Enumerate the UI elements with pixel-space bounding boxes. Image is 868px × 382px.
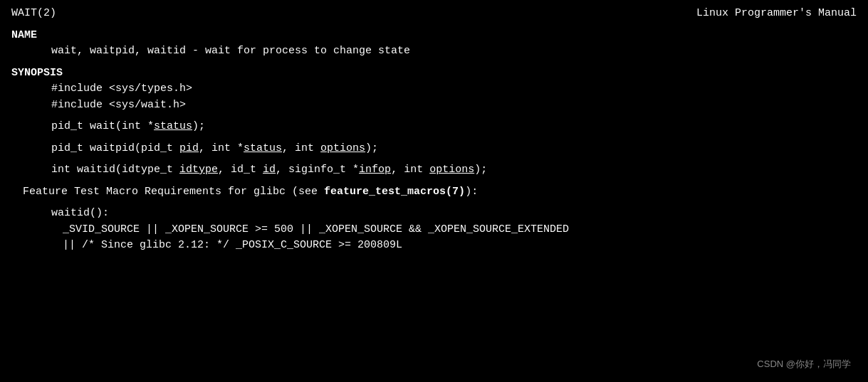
include-text-1: #include <sys/types.h> — [51, 83, 192, 95]
header-line: WAIT(2) Linux Programmer's Manual — [11, 6, 857, 22]
name-title: NAME — [11, 28, 857, 44]
func-wait-text: pid_t wait(int *status); — [51, 120, 205, 132]
manual-section: WAIT(2) — [11, 6, 56, 22]
include-1: #include <sys/types.h> — [11, 81, 857, 97]
include-2: #include <sys/wait.h> — [11, 97, 857, 114]
watermark-text: CSDN @你好，冯同学 — [757, 359, 851, 369]
synopsis-section: SYNOPSIS #include <sys/types.h> #include… — [11, 65, 857, 179]
page-container: WAIT(2) Linux Programmer's Manual NAME w… — [11, 6, 857, 376]
feature-line-2: || /* Since glibc 2.12: */ _POSIX_C_SOUR… — [11, 238, 857, 254]
feature-intro-line: Feature Test Macro Requirements for glib… — [11, 184, 857, 201]
func-waitid-text: int waitid(idtype_t idtype, id_t id, sig… — [51, 164, 487, 176]
feature-line-1: _SVID_SOURCE || _XOPEN_SOURCE >= 500 || … — [11, 222, 857, 238]
synopsis-title: SYNOPSIS — [11, 65, 857, 82]
manual-title: Linux Programmer's Manual — [696, 6, 857, 22]
waitid-label-text: waitid(): — [51, 207, 109, 219]
func-waitpid-text: pid_t waitpid(pid_t pid, int *status, in… — [51, 142, 378, 154]
feature-intro-end: ): — [465, 186, 478, 198]
feature-waitid-label: waitid(): — [11, 206, 857, 222]
include-text-2: #include <sys/wait.h> — [51, 99, 186, 111]
feature-line-1-text: _SVID_SOURCE || _XOPEN_SOURCE >= 500 || … — [63, 223, 569, 235]
feature-intro-text: Feature Test Macro Requirements for glib… — [23, 186, 324, 198]
name-section: NAME wait, waitpid, waitid - wait for pr… — [11, 28, 857, 60]
func-wait: pid_t wait(int *status); — [11, 119, 857, 135]
feature-link: feature_test_macros(7) — [324, 186, 465, 198]
func-waitid: int waitid(idtype_t idtype, id_t id, sig… — [11, 162, 857, 179]
watermark: CSDN @你好，冯同学 — [757, 357, 851, 371]
feature-line-2-text: || /* Since glibc 2.12: */ _POSIX_C_SOUR… — [63, 239, 402, 251]
name-content: wait, waitpid, waitid - wait for process… — [11, 43, 857, 60]
func-waitpid: pid_t waitpid(pid_t pid, int *status, in… — [11, 141, 857, 157]
